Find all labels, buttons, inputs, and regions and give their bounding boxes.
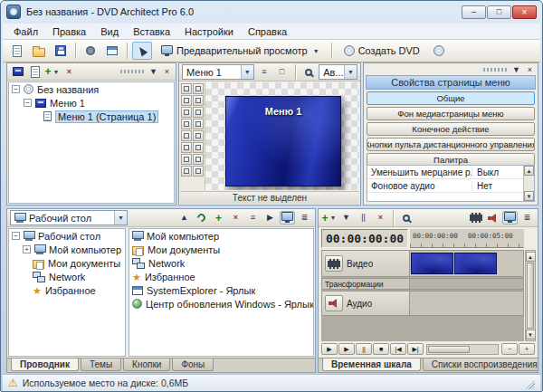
editor-tool-button[interactable] — [193, 154, 204, 165]
show-audio-button[interactable] — [485, 211, 500, 225]
play-button[interactable]: ▶ — [338, 343, 355, 355]
track-list-button[interactable]: ≣ — [519, 211, 535, 225]
external-monitor-button[interactable] — [502, 211, 518, 225]
refresh-button[interactable] — [194, 211, 209, 225]
menu-select-combo[interactable]: Меню 1 ▼ — [182, 64, 254, 80]
video-track-button[interactable] — [325, 255, 343, 272]
tree-item-project[interactable]: − Без названия — [9, 82, 174, 96]
pause-button[interactable]: || — [356, 343, 372, 355]
collapse-icon[interactable]: − — [12, 85, 20, 93]
file-item-windows-update-shortcut[interactable]: Центр обновления Windows - Ярлык — [129, 297, 313, 311]
editor-tool-button[interactable] — [181, 95, 192, 106]
panel-close-button[interactable]: × — [524, 64, 536, 75]
tab-backgrounds[interactable]: Фоны — [172, 359, 214, 371]
scroll-down-icon[interactable]: ▼ — [526, 330, 536, 339]
video-clip-thumbnail[interactable] — [411, 253, 453, 274]
previous-frame-button[interactable]: |◀ — [390, 343, 406, 355]
editor-tool-button[interactable] — [193, 119, 204, 129]
properties-scrollbar[interactable]: ▲ ▼ — [523, 166, 534, 201]
tab-playlists[interactable]: Списки воспроизведения — [423, 359, 538, 371]
timeline-horizontal-scrollbar[interactable] — [426, 344, 499, 355]
preview-button[interactable]: Предварительный просмотр ▼ — [154, 42, 327, 60]
timeline-vertical-scrollbar[interactable]: ▲ ▼ — [525, 250, 536, 341]
editor-tool-button[interactable] — [181, 166, 192, 177]
tree-item-my-computer[interactable]: + Мой компьютер — [9, 243, 125, 256]
audio-track-header[interactable]: Аудио — [321, 291, 410, 316]
editor-tool-button[interactable] — [193, 130, 204, 141]
tree-item-my-documents[interactable]: Мои документы — [9, 256, 125, 270]
property-value[interactable]: Нет — [472, 181, 492, 191]
delete-file-button[interactable]: × — [228, 211, 243, 225]
editor-tool-button[interactable] — [193, 166, 204, 177]
scroll-up-icon[interactable]: ▲ — [524, 166, 534, 176]
menu-help[interactable]: Справка — [241, 24, 294, 39]
menu-insert[interactable]: Вставка — [126, 24, 177, 39]
folder-up-button[interactable]: ▲ — [176, 211, 192, 225]
property-row[interactable]: Фоновое аудио Нет — [367, 179, 534, 193]
menu-file[interactable]: Файл — [6, 24, 45, 39]
editor-tool-button[interactable] — [193, 142, 204, 153]
insert-chapter-button[interactable]: ▼ — [338, 211, 354, 225]
play-from-start-button[interactable]: ▶ — [321, 343, 338, 355]
auto-preview-button[interactable] — [280, 211, 295, 225]
views-button[interactable]: ≡ — [245, 211, 261, 225]
scrollbar-thumb[interactable] — [428, 346, 470, 353]
audio-track-button[interactable] — [325, 295, 343, 311]
delete-event-button[interactable]: × — [373, 211, 388, 225]
zoom-in-button[interactable]: + — [519, 343, 535, 355]
audio-track-content[interactable] — [410, 291, 524, 316]
expand-icon[interactable]: + — [23, 245, 31, 253]
selection-tool-button[interactable] — [132, 42, 152, 60]
editor-tool-button[interactable] — [193, 107, 204, 118]
menu-preview[interactable]: Меню 1 — [225, 96, 341, 186]
video-track-content[interactable] — [410, 250, 524, 277]
transformations-track-header[interactable]: Трансформации — [321, 278, 410, 290]
collapse-icon[interactable]: − — [24, 99, 32, 107]
zoom-out-button[interactable]: − — [501, 343, 518, 355]
menu-canvas[interactable]: Меню 1 — [205, 82, 359, 190]
add-item-button[interactable]: +▼ — [44, 65, 60, 79]
tree-item-favorites[interactable]: ★ Избранное — [9, 283, 125, 297]
properties-tab-remote-buttons[interactable]: Кнопки пульта дистанционного управления — [367, 138, 535, 151]
safe-area-button[interactable]: □ — [274, 65, 290, 79]
stop-button[interactable]: ■ — [373, 343, 389, 355]
insert-page-button[interactable] — [27, 65, 43, 79]
tree-item-menu-page[interactable]: Меню 1 (Страница 1) — [9, 110, 174, 123]
timeline-ruler[interactable]: 00:00:00:00 00:00:05:00 — [410, 229, 524, 248]
menu-view[interactable]: Вид — [93, 24, 126, 39]
new-folder-button[interactable]: + — [211, 211, 226, 225]
properties-tab-background[interactable]: Фон медиастраницы меню — [367, 107, 535, 120]
maximize-button[interactable]: □ — [487, 5, 511, 19]
resize-grip[interactable] — [523, 378, 535, 389]
explorer-location-combo[interactable]: Рабочий стол ▼ — [10, 210, 128, 225]
properties-tab-end-action[interactable]: Конечное действие — [367, 122, 535, 136]
file-item-my-computer[interactable]: Мой компьютер — [129, 229, 313, 243]
close-button[interactable]: × — [512, 5, 537, 19]
scroll-down-icon[interactable]: ▼ — [524, 191, 534, 201]
delete-item-button[interactable]: × — [62, 65, 77, 79]
panel-menu-button[interactable]: ▼ — [510, 64, 522, 75]
insert-menu-button[interactable] — [10, 65, 25, 79]
zoom-tool-button[interactable] — [301, 65, 317, 79]
snap-grid-button[interactable]: ≡ — [257, 65, 272, 79]
file-item-my-documents[interactable]: Мои документы — [129, 243, 313, 256]
file-item-systemexplorer-shortcut[interactable]: SystemExplorer - Ярлык — [129, 283, 313, 297]
property-value[interactable]: Выкл — [472, 167, 499, 177]
scroll-up-icon[interactable]: ▲ — [526, 252, 536, 262]
new-project-button[interactable] — [7, 42, 27, 60]
file-item-favorites[interactable]: ★ Избранное — [129, 270, 313, 283]
editor-tool-button[interactable] — [181, 130, 192, 141]
tree-item-desktop[interactable]: − Рабочий стол — [9, 229, 125, 243]
minimize-button[interactable]: – — [462, 5, 486, 19]
panel-close-button[interactable]: × — [161, 66, 173, 77]
open-project-button[interactable] — [29, 42, 49, 60]
tab-buttons[interactable]: Кнопки — [123, 359, 170, 371]
editor-tool-button[interactable] — [181, 83, 192, 94]
tree-item-menu[interactable]: − Меню 1 — [9, 96, 174, 110]
tab-themes[interactable]: Темы — [81, 359, 121, 371]
tab-explorer[interactable]: Проводник — [11, 359, 79, 371]
editor-tool-button[interactable] — [181, 107, 192, 118]
video-clip-thumbnail[interactable] — [454, 253, 497, 274]
menu-edit[interactable]: Правка — [45, 24, 93, 39]
panel-menu-button[interactable]: ▼ — [148, 66, 159, 77]
